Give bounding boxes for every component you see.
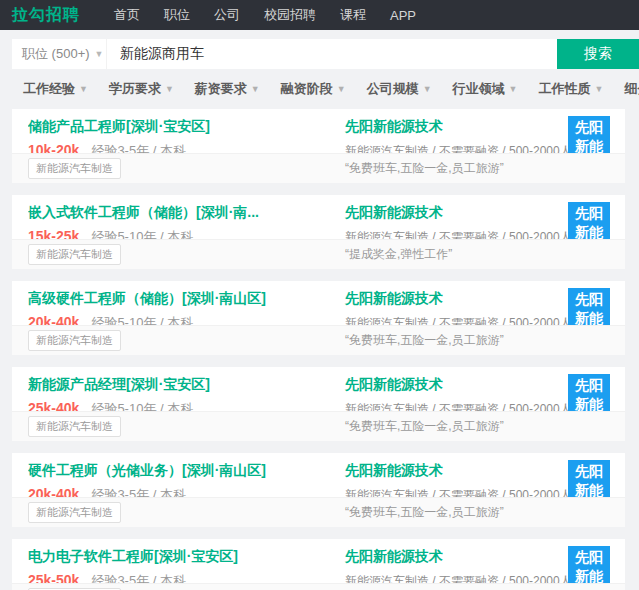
industry-tag[interactable]: 新能源汽车制造 (28, 502, 121, 523)
chevron-down-icon: ▼ (509, 84, 518, 94)
nav-item-home[interactable]: 首页 (102, 6, 152, 24)
company-name[interactable]: 先阳新能源技术 (345, 118, 572, 136)
industry-tag[interactable]: 新能源汽车制造 (28, 158, 121, 179)
job-card[interactable]: 嵌入式软件工程师（储能）[深圳·南... 15k-25k经验5-10年 / 本科… (12, 195, 625, 269)
filter-bar: 工作经验▼ 学历要求▼ 薪资要求▼ 融资阶段▼ 公司规模▼ 行业领域▼ 工作性质… (0, 69, 639, 107)
benefits-quote: “免费班车,五险一金,员工旅游” (345, 504, 504, 521)
job-title[interactable]: 硬件工程师（光储业务）[深圳·南山区] (28, 462, 328, 480)
benefits-quote: “提成奖金,弹性工作” (345, 246, 452, 263)
job-card[interactable]: 新能源产品经理[深圳·宝安区] 25k-40k经验5-10年 / 本科 先阳新能… (12, 367, 625, 441)
benefits-quote: “免费班车,五险一金,员工旅游” (345, 332, 504, 349)
chevron-down-icon: ▼ (251, 84, 260, 94)
chevron-down-icon: ▼ (423, 84, 432, 94)
job-card[interactable]: 电力电子软件工程师[深圳·宝安区] 25k-50k经验3-5年 / 本科 先阳新… (12, 539, 625, 590)
job-title[interactable]: 高级硬件工程师（储能）[深圳·南山区] (28, 290, 328, 308)
top-navbar: 拉勾招聘 首页 职位 公司 校园招聘 课程 APP (0, 0, 639, 30)
chevron-down-icon: ▼ (165, 84, 174, 94)
job-card[interactable]: 高级硬件工程师（储能）[深圳·南山区] 20k-40k经验5-10年 / 本科 … (12, 281, 625, 355)
search-category-select[interactable]: 职位 (500+) ▼ (12, 39, 107, 69)
chevron-down-icon: ▼ (79, 84, 88, 94)
search-section: 职位 (500+) ▼ 搜索 (0, 30, 639, 69)
job-list: 储能产品工程师[深圳·宝安区] 10k-20k经验3-5年 / 本科 先阳新能源… (0, 107, 639, 590)
filter-work-experience[interactable]: 工作经验▼ (23, 80, 88, 98)
search-bar: 职位 (500+) ▼ 搜索 (12, 39, 639, 69)
job-title[interactable]: 嵌入式软件工程师（储能）[深圳·南... (28, 204, 328, 222)
lagou-logo[interactable]: 拉勾招聘 (12, 5, 80, 26)
company-logo[interactable]: 先阳新能 (568, 288, 610, 330)
company-name[interactable]: 先阳新能源技术 (345, 548, 572, 566)
filter-industry[interactable]: 行业领域▼ (453, 80, 518, 98)
filter-subdivision[interactable]: 细分方向▼ (624, 80, 639, 98)
company-logo[interactable]: 先阳新能 (568, 202, 610, 244)
job-title[interactable]: 新能源产品经理[深圳·宝安区] (28, 376, 328, 394)
company-name[interactable]: 先阳新能源技术 (345, 376, 572, 394)
job-card[interactable]: 储能产品工程师[深圳·宝安区] 10k-20k经验3-5年 / 本科 先阳新能源… (12, 109, 625, 183)
chevron-down-icon: ▼ (95, 49, 104, 59)
company-logo[interactable]: 先阳新能 (568, 460, 610, 502)
job-title[interactable]: 电力电子软件工程师[深圳·宝安区] (28, 548, 328, 566)
nav-item-campus[interactable]: 校园招聘 (252, 6, 328, 24)
benefits-quote: “免费班车,五险一金,员工旅游” (345, 160, 504, 177)
industry-tag[interactable]: 新能源汽车制造 (28, 244, 121, 265)
company-name[interactable]: 先阳新能源技术 (345, 290, 572, 308)
search-category-label: 职位 (500+) (22, 45, 90, 63)
filter-company-size[interactable]: 公司规模▼ (367, 80, 432, 98)
filter-financing-stage[interactable]: 融资阶段▼ (281, 80, 346, 98)
search-button[interactable]: 搜索 (557, 39, 639, 69)
filter-job-nature[interactable]: 工作性质▼ (539, 80, 604, 98)
job-card[interactable]: 硬件工程师（光储业务）[深圳·南山区] 20k-40k经验3-5年 / 本科 先… (12, 453, 625, 527)
nav-item-companies[interactable]: 公司 (202, 6, 252, 24)
industry-tag[interactable]: 新能源汽车制造 (28, 416, 121, 437)
filter-salary[interactable]: 薪资要求▼ (195, 80, 260, 98)
chevron-down-icon: ▼ (595, 84, 604, 94)
nav-item-courses[interactable]: 课程 (328, 6, 378, 24)
job-title[interactable]: 储能产品工程师[深圳·宝安区] (28, 118, 328, 136)
company-logo[interactable]: 先阳新能 (568, 116, 610, 158)
nav-item-app[interactable]: APP (378, 8, 428, 23)
benefits-quote: “免费班车,五险一金,员工旅游” (345, 418, 504, 435)
company-name[interactable]: 先阳新能源技术 (345, 204, 572, 222)
company-name[interactable]: 先阳新能源技术 (345, 462, 572, 480)
nav-item-jobs[interactable]: 职位 (152, 6, 202, 24)
search-input[interactable] (107, 39, 557, 69)
chevron-down-icon: ▼ (337, 84, 346, 94)
industry-tag[interactable]: 新能源汽车制造 (28, 330, 121, 351)
filter-education[interactable]: 学历要求▼ (109, 80, 174, 98)
company-logo[interactable]: 先阳新能 (568, 374, 610, 416)
company-logo[interactable]: 先阳新能 (568, 546, 610, 588)
